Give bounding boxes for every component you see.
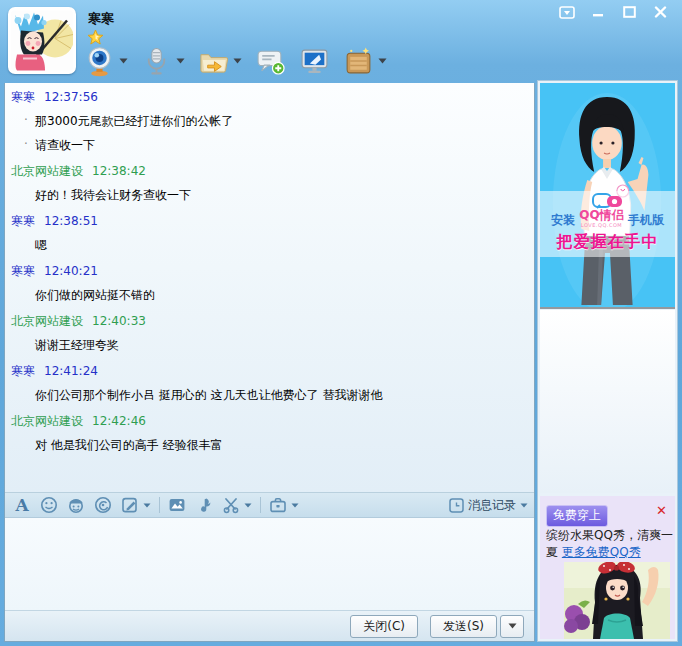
ad-badge[interactable]: 免费穿上 xyxy=(546,505,608,527)
message-group: 寒寒12:40:21你们做的网站挺不错的 xyxy=(5,257,534,307)
screenshot-button[interactable] xyxy=(220,494,242,516)
close-chat-button[interactable]: 关闭(C) xyxy=(350,615,418,638)
emoticon-button[interactable] xyxy=(38,494,60,516)
qq-couple-logo-icon xyxy=(591,193,625,209)
toolbar-divider xyxy=(260,497,261,513)
send-button[interactable]: 发送(S) xyxy=(430,615,497,638)
message-group: 北京网站建设12:38:42好的！我待会让财务查收一下 xyxy=(5,157,534,207)
qq-show-panel[interactable]: 安装 QQ情侣LOVE.QQ.COM 手机版 把爱握在手中 xyxy=(540,83,675,309)
bullet-icon: · xyxy=(24,136,28,153)
minimize-button[interactable] xyxy=(586,3,610,21)
remote-demo-button[interactable] xyxy=(299,46,330,77)
message-text: ·那3000元尾款已经打进你们的公帐了 xyxy=(5,109,534,133)
font-icon: A xyxy=(15,497,28,514)
chevron-down-icon[interactable] xyxy=(291,503,299,508)
message-text: 好的！我待会让财务查收一下 xyxy=(5,183,534,207)
shake-icon xyxy=(94,496,112,514)
send-image-button[interactable] xyxy=(166,494,188,516)
magic-face-icon xyxy=(67,496,85,514)
file-transfer-button[interactable] xyxy=(198,46,242,77)
magic-emoticon-button[interactable] xyxy=(65,494,87,516)
member-star-icon[interactable] xyxy=(87,29,104,45)
font-button[interactable]: A xyxy=(11,494,33,516)
window-title: 寒寒 xyxy=(88,10,114,28)
toolbox-icon xyxy=(269,496,287,514)
message-input[interactable] xyxy=(5,518,534,610)
image-icon xyxy=(168,496,186,514)
sidebar: 安装 QQ情侣LOVE.QQ.COM 手机版 把爱握在手中 免费穿上 ✕ 缤纷水… xyxy=(537,80,678,642)
message-header: 寒寒12:37:56 xyxy=(5,83,534,109)
chat-panel: 寒寒12:37:56·那3000元尾款已经打进你们的公帐了·请查收一下北京网站建… xyxy=(4,83,535,642)
toolbar-divider xyxy=(159,497,160,513)
ad-link[interactable]: 更多免费QQ秀 xyxy=(562,545,641,559)
chevron-down-icon[interactable] xyxy=(176,58,185,64)
session-menu-button[interactable] xyxy=(555,3,579,21)
ad-girl-image[interactable] xyxy=(564,562,670,639)
chevron-down-icon[interactable] xyxy=(244,503,252,508)
footer-button-bar: 关闭(C) 发送(S) xyxy=(5,610,534,641)
message-header: 北京网站建设12:38:42 xyxy=(5,157,534,183)
message-time: 12:41:24 xyxy=(44,364,98,378)
format-toolbar: A xyxy=(5,492,534,518)
message-time: 12:40:33 xyxy=(92,314,146,328)
message-group: 北京网站建设12:42:46对 他是我们公司的高手 经验很丰富 xyxy=(5,407,534,457)
chat-plus-icon xyxy=(255,46,286,77)
message-text: 你们公司那个制作小吕 挺用心的 这几天也让他费心了 替我谢谢他 xyxy=(5,383,534,407)
banner-install-line: 安装 QQ情侣LOVE.QQ.COM 手机版 xyxy=(540,210,675,230)
message-time: 12:40:21 xyxy=(44,264,98,278)
sidebar-empty-panel xyxy=(540,310,675,493)
session-toolbar xyxy=(84,44,400,78)
maximize-button[interactable] xyxy=(617,3,641,21)
message-time: 12:38:51 xyxy=(44,214,98,228)
window-caption-buttons xyxy=(555,3,672,21)
message-header: 北京网站建设12:40:33 xyxy=(5,307,534,333)
message-header: 北京网站建设12:42:46 xyxy=(5,407,534,433)
scissors-icon xyxy=(222,496,240,514)
message-time: 12:42:46 xyxy=(92,414,146,428)
opera-character-avatar-image xyxy=(11,10,73,71)
contact-avatar[interactable] xyxy=(8,7,76,74)
create-group-chat-button[interactable] xyxy=(255,46,286,77)
folder-arrow-icon xyxy=(198,46,229,77)
message-group: 寒寒12:37:56·那3000元尾款已经打进你们的公帐了·请查收一下 xyxy=(5,83,534,157)
message-text: 你们做的网站挺不错的 xyxy=(5,283,534,307)
qq-show-ad-banner[interactable]: 安装 QQ情侣LOVE.QQ.COM 手机版 把爱握在手中 xyxy=(540,191,675,257)
sender-name: 北京网站建设 xyxy=(11,414,83,428)
monitor-rocket-icon xyxy=(299,46,330,77)
handwriting-button[interactable] xyxy=(119,494,141,516)
banner-slogan: 把爱握在手中 xyxy=(540,232,675,253)
bullet-icon: · xyxy=(24,112,28,129)
chat-history[interactable]: 寒寒12:37:56·那3000元尾款已经打进你们的公帐了·请查收一下北京网站建… xyxy=(5,83,534,492)
ad-close-icon[interactable]: ✕ xyxy=(656,504,667,517)
app-box-button[interactable] xyxy=(343,46,387,77)
toolbox-button[interactable] xyxy=(267,494,289,516)
close-button[interactable] xyxy=(648,3,672,21)
message-text: 谢谢王经理夸奖 xyxy=(5,333,534,357)
message-input-area[interactable] xyxy=(5,518,534,610)
chevron-down-icon[interactable] xyxy=(143,503,151,508)
message-group: 寒寒12:38:51嗯 xyxy=(5,207,534,257)
video-call-button[interactable] xyxy=(84,46,128,77)
send-audio-button[interactable] xyxy=(193,494,215,516)
message-time: 12:38:42 xyxy=(92,164,146,178)
voice-call-button[interactable] xyxy=(141,46,185,77)
chevron-down-icon[interactable] xyxy=(378,58,387,64)
sender-name: 寒寒 xyxy=(11,214,35,228)
chevron-down-icon[interactable] xyxy=(119,58,128,64)
chevron-down-icon xyxy=(508,623,517,629)
send-options-button[interactable] xyxy=(500,615,524,638)
message-header: 寒寒12:38:51 xyxy=(5,207,534,233)
webcam-icon xyxy=(84,46,115,77)
smiley-icon xyxy=(40,496,58,514)
message-header: 寒寒12:40:21 xyxy=(5,257,534,283)
ad-text: 缤纷水果QQ秀，清爽一 夏 更多免费QQ秀 xyxy=(546,527,676,561)
shake-window-button[interactable] xyxy=(92,494,114,516)
message-history-button[interactable]: 消息记录 xyxy=(449,497,528,514)
message-time: 12:37:56 xyxy=(44,90,98,104)
pencil-square-icon xyxy=(121,496,139,514)
sender-name: 寒寒 xyxy=(11,364,35,378)
wooden-box-icon xyxy=(343,46,374,77)
message-text: 对 他是我们公司的高手 经验很丰富 xyxy=(5,433,534,457)
chevron-down-icon[interactable] xyxy=(233,58,242,64)
message-text: ·请查收一下 xyxy=(5,133,534,157)
